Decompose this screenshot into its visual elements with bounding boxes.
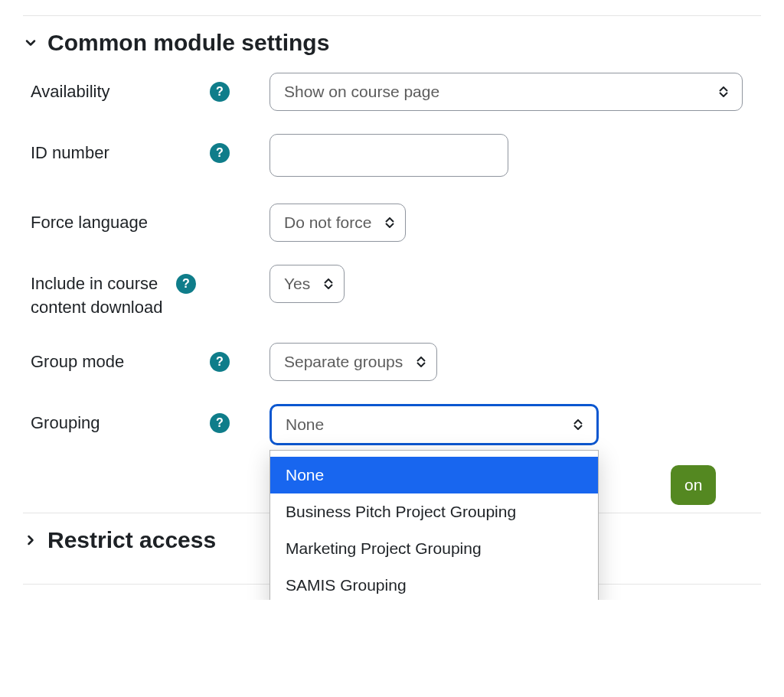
dropdown-grouping: None Business Pitch Project Grouping Mar… xyxy=(270,450,599,600)
help-icon[interactable]: ? xyxy=(210,82,230,102)
action-button-partial[interactable]: on xyxy=(671,465,716,505)
updown-caret-icon xyxy=(719,86,728,97)
dropdown-item[interactable]: Business Pitch Project Grouping xyxy=(270,493,598,530)
select-value: None xyxy=(286,415,324,434)
input-idnumber[interactable] xyxy=(270,134,508,177)
dropdown-item[interactable]: SAMIS Grouping xyxy=(270,567,598,600)
section-common-module-settings: Common module settings Availability ? Sh… xyxy=(23,15,761,513)
row-grouping: Grouping ? on None None Business Pitch P… xyxy=(23,404,761,445)
row-availability: Availability ? Show on course page xyxy=(23,73,761,111)
help-icon[interactable]: ? xyxy=(210,413,230,433)
select-value: Do not force xyxy=(284,213,371,232)
label-idnumber: ID number xyxy=(31,142,202,165)
help-icon[interactable]: ? xyxy=(210,143,230,163)
chevron-down-icon xyxy=(23,35,38,50)
select-includedownload[interactable]: Yes xyxy=(270,265,345,303)
dropdown-item[interactable]: None xyxy=(270,457,598,493)
label-groupmode: Group mode xyxy=(31,350,202,374)
select-value: Yes xyxy=(284,275,310,293)
select-groupmode[interactable]: Separate groups xyxy=(270,343,437,381)
label-includedownload: Include in course content download xyxy=(31,272,168,320)
updown-caret-icon xyxy=(385,217,394,228)
section-title: Restrict access xyxy=(47,527,216,553)
chevron-right-icon xyxy=(23,533,38,548)
section-title: Common module settings xyxy=(47,30,329,56)
select-availability[interactable]: Show on course page xyxy=(270,73,743,111)
updown-caret-icon xyxy=(324,278,333,289)
select-value: Separate groups xyxy=(284,353,403,371)
label-availability: Availability xyxy=(31,80,202,104)
updown-caret-icon xyxy=(573,419,583,430)
help-icon[interactable]: ? xyxy=(176,274,196,294)
row-idnumber: ID number ? xyxy=(23,134,761,181)
section-toggle-common[interactable]: Common module settings xyxy=(23,30,761,56)
label-forcelang: Force language xyxy=(31,211,230,235)
row-includedownload: Include in course content download ? Yes xyxy=(23,265,761,320)
updown-caret-icon xyxy=(416,357,426,367)
label-grouping: Grouping xyxy=(31,412,202,435)
row-forcelang: Force language Do not force xyxy=(23,204,761,242)
help-icon[interactable]: ? xyxy=(210,352,230,372)
select-forcelang[interactable]: Do not force xyxy=(270,204,406,242)
dropdown-item[interactable]: Marketing Project Grouping xyxy=(270,530,598,567)
select-grouping[interactable]: None xyxy=(270,404,599,445)
select-value: Show on course page xyxy=(284,83,439,101)
row-groupmode: Group mode ? Separate groups xyxy=(23,343,761,381)
